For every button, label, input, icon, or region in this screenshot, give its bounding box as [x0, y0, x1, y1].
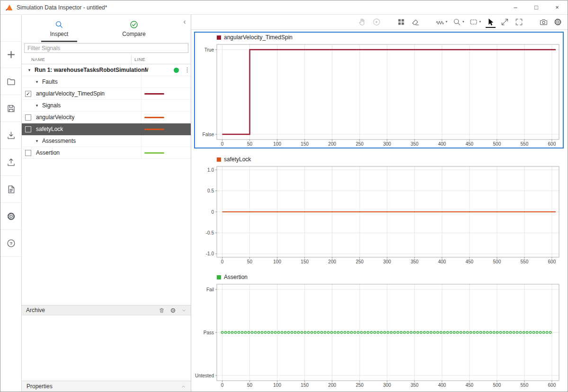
run-menu-icon[interactable]: ⋮	[184, 67, 190, 73]
tree-row-angularvelocity[interactable]: angularVelocity	[22, 112, 191, 123]
svg-text:Untested: Untested	[195, 373, 214, 378]
svg-text:350: 350	[410, 383, 418, 388]
expand-arrow-icon[interactable]: ▾	[35, 103, 39, 108]
tree-row-signals[interactable]: ▾Signals	[22, 100, 191, 112]
svg-text:450: 450	[465, 141, 473, 147]
help-icon: ?	[6, 238, 16, 248]
settings-button[interactable]	[553, 17, 563, 28]
archive-settings-gear-icon[interactable]	[170, 307, 176, 314]
chart-plot[interactable]: 050100150200250300350400450500550600Unte…	[195, 282, 563, 389]
trash-icon[interactable]	[159, 307, 165, 314]
properties-bar[interactable]: Properties	[22, 381, 191, 392]
chart-legend: safetyLock	[195, 155, 563, 164]
tree-row-safetylock[interactable]: safetyLock	[22, 123, 191, 135]
archive-bar[interactable]: Archive	[22, 305, 191, 315]
properties-label: Properties	[27, 383, 181, 390]
svg-text:0: 0	[221, 259, 224, 264]
run-status-dot	[174, 68, 179, 73]
svg-text:True: True	[204, 47, 214, 52]
svg-text:50: 50	[247, 383, 253, 388]
filter-signals-input[interactable]	[24, 43, 188, 53]
column-name-header: NAME	[22, 55, 131, 64]
signal-checkbox[interactable]	[25, 126, 31, 132]
pan-button[interactable]	[357, 17, 367, 28]
tab-compare[interactable]: Compare	[97, 15, 171, 42]
preferences-button[interactable]	[0, 203, 21, 230]
signal-checkbox[interactable]	[25, 114, 31, 121]
snapshot-icon	[539, 17, 548, 26]
fullscreen-button[interactable]	[514, 17, 524, 28]
signal-label: Assertion	[36, 149, 60, 156]
window-controls: – □ ×	[505, 0, 568, 14]
expand-arrow-icon[interactable]: ▾	[27, 68, 32, 72]
tree-row-angularvelocity-timedspin[interactable]: ✓angularVelocity_TimedSpin	[22, 88, 191, 100]
create-report-button[interactable]	[0, 176, 21, 203]
signal-line-swatch	[144, 117, 164, 118]
layout-button[interactable]	[396, 17, 406, 28]
expand-arrow-icon[interactable]: ▾	[35, 79, 39, 84]
archive-body	[22, 315, 191, 381]
tree-row-faults[interactable]: ▾Faults	[22, 76, 191, 88]
fit-to-view-button[interactable]	[500, 17, 510, 28]
signals-menu-button[interactable]: ▾	[435, 17, 448, 28]
archive-chevron-down-icon[interactable]	[181, 308, 186, 313]
simulation-data-inspector-window: Simulation Data Inspector - untitled* – …	[0, 0, 568, 392]
snapshot-button[interactable]	[539, 17, 549, 28]
properties-chevron-up-icon[interactable]	[181, 384, 186, 389]
clear-button[interactable]	[410, 17, 420, 28]
legend-label: angularVelocity_TimedSpin	[224, 34, 293, 41]
open-button[interactable]	[0, 68, 21, 95]
add-button[interactable]	[0, 41, 21, 68]
svg-text:500: 500	[493, 383, 501, 388]
help-button[interactable]: ?	[0, 230, 21, 257]
close-button[interactable]: ×	[547, 0, 568, 14]
svg-text:600: 600	[548, 383, 556, 388]
export-button[interactable]	[0, 149, 21, 176]
save-button[interactable]	[0, 95, 21, 122]
svg-text:150: 150	[301, 259, 309, 264]
expand-arrow-icon[interactable]: ▾	[35, 139, 39, 143]
archive-label: Archive	[26, 307, 153, 314]
chart-plot[interactable]: 050100150200250300350400450500550600Fals…	[195, 42, 563, 148]
signal-label: safetyLock	[36, 126, 63, 132]
import-button[interactable]	[0, 122, 21, 149]
legend-label: safetyLock	[224, 156, 251, 163]
chart-panel-safetyLock[interactable]: safetyLock 05010015020025030035040045050…	[194, 154, 564, 266]
tree-row-assertion[interactable]: Assertion	[22, 147, 191, 159]
svg-text:-0.5: -0.5	[206, 230, 214, 235]
svg-text:50: 50	[247, 141, 253, 147]
clear-icon	[411, 17, 420, 26]
minimize-button[interactable]: –	[505, 0, 526, 14]
svg-text:350: 350	[410, 259, 418, 264]
tab-inspect-label: Inspect	[50, 31, 69, 37]
zoom-button[interactable]: ▾	[452, 17, 465, 28]
svg-text:Pass: Pass	[204, 330, 214, 335]
export-icon	[6, 157, 16, 167]
signal-label: angularVelocity	[36, 114, 74, 121]
sidebar-tabs: Inspect Compare ‹	[22, 15, 191, 42]
pointer-button[interactable]	[486, 17, 496, 28]
window-body: ? Inspect Compare ‹ NAME LINE ▾Run 1	[0, 15, 568, 392]
svg-text:1.0: 1.0	[207, 167, 214, 173]
svg-text:False: False	[203, 132, 214, 137]
left-toolbar: ?	[0, 15, 22, 392]
svg-text:100: 100	[273, 259, 281, 264]
replay-button[interactable]	[372, 17, 382, 28]
tree-row-run-1-warehousetasksrobotsimulationmodel[interactable]: ▾Run 1: warehouseTasksRobotSimulationMod…	[22, 64, 191, 76]
group-label: Signals	[42, 102, 61, 109]
signal-line-swatch	[144, 129, 164, 130]
chart-panel-angularVelocity-TimedSpin[interactable]: angularVelocity_TimedSpin 05010015020025…	[194, 32, 564, 148]
tree-row-assessments[interactable]: ▾Assessments	[22, 135, 191, 147]
chart-panel-Assertion[interactable]: Assertion 050100150200250300350400450500…	[194, 271, 564, 390]
collapse-panel-icon[interactable]: ‹	[183, 17, 186, 26]
maximize-button[interactable]: □	[526, 0, 547, 14]
titlebar: Simulation Data Inspector - untitled* – …	[0, 0, 568, 15]
chart-plot[interactable]: 0501001502002503003504004505005506001.00…	[195, 164, 563, 265]
signal-checkbox[interactable]	[25, 150, 31, 156]
group-label: Faults	[42, 78, 58, 85]
svg-text:200: 200	[328, 383, 336, 388]
zoom-region-button[interactable]: ▾	[469, 17, 481, 28]
signal-checkbox[interactable]: ✓	[25, 91, 31, 97]
window-title: Simulation Data Inspector - untitled*	[17, 4, 505, 11]
tab-inspect[interactable]: Inspect	[22, 15, 97, 42]
